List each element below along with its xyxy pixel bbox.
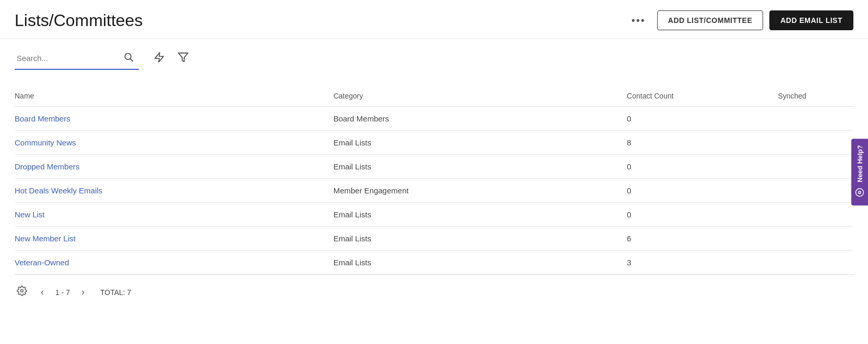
page-container: Lists/Committees ••• ADD LIST/COMMITTEE …	[0, 0, 868, 344]
add-list-committee-button[interactable]: ADD LIST/COMMITTEE	[657, 10, 763, 30]
list-category: Email Lists	[334, 131, 627, 155]
list-name-link[interactable]: New List	[15, 210, 45, 219]
list-synched	[778, 203, 853, 227]
svg-marker-2	[155, 53, 164, 62]
list-name-link[interactable]: Board Members	[15, 114, 70, 123]
list-contact-count: 0	[627, 155, 778, 179]
total-count: TOTAL: 7	[100, 288, 131, 297]
list-contact-count: 0	[627, 179, 778, 203]
search-row	[0, 39, 868, 75]
list-name-link[interactable]: Veteran-Owned	[15, 258, 69, 267]
list-contact-count: 0	[627, 107, 778, 131]
table-container: Name Category Contact Count Synched Boar…	[0, 75, 868, 309]
table-row: Hot Deals Weekly EmailsMember Engagement…	[15, 179, 853, 203]
toolbar-icons	[149, 50, 193, 70]
header-actions: ••• ADD LIST/COMMITTEE ADD EMAIL LIST	[626, 10, 853, 30]
list-name-link[interactable]: Dropped Members	[15, 162, 79, 171]
settings-button[interactable]	[15, 284, 29, 301]
need-help-button[interactable]: Need Help?	[851, 139, 868, 205]
svg-point-6	[859, 191, 861, 194]
table-row: Community NewsEmail Lists8	[15, 131, 853, 155]
list-category: Member Engagement	[334, 179, 627, 203]
table-row: Dropped MembersEmail Lists0	[15, 155, 853, 179]
col-header-category: Category	[334, 85, 627, 107]
list-synched	[778, 155, 853, 179]
lists-table: Name Category Contact Count Synched Boar…	[15, 85, 853, 275]
list-contact-count: 3	[627, 251, 778, 275]
filter-button[interactable]	[173, 50, 193, 68]
svg-marker-3	[179, 53, 188, 62]
col-header-contact-count: Contact Count	[627, 85, 778, 107]
list-synched	[778, 179, 853, 203]
list-name-link[interactable]: New Member List	[15, 234, 76, 243]
list-category: Email Lists	[334, 155, 627, 179]
list-category: Email Lists	[334, 227, 627, 251]
table-row: New ListEmail Lists0	[15, 203, 853, 227]
list-name-link[interactable]: Community News	[15, 138, 76, 147]
list-category: Email Lists	[334, 203, 627, 227]
list-synched	[778, 251, 853, 275]
search-bar	[15, 50, 139, 70]
list-contact-count: 8	[627, 131, 778, 155]
list-name-link[interactable]: Hot Deals Weekly Emails	[15, 186, 102, 195]
more-options-button[interactable]: •••	[626, 11, 651, 30]
prev-page-button[interactable]: ‹	[38, 286, 47, 299]
need-help-label: Need Help?	[856, 145, 864, 182]
table-row: Board MembersBoard Members0	[15, 107, 853, 131]
list-synched	[778, 227, 853, 251]
list-contact-count: 6	[627, 227, 778, 251]
svg-point-4	[21, 290, 23, 292]
col-header-name: Name	[15, 85, 334, 107]
page-header: Lists/Committees ••• ADD LIST/COMMITTEE …	[0, 0, 868, 39]
list-category: Email Lists	[334, 251, 627, 275]
pagination-range: 1 - 7	[55, 288, 70, 297]
page-title: Lists/Committees	[15, 11, 142, 30]
svg-line-1	[130, 59, 133, 62]
search-input[interactable]	[15, 51, 118, 66]
col-header-synched: Synched	[778, 85, 853, 107]
svg-point-5	[856, 188, 864, 196]
help-icon	[855, 188, 864, 199]
table-row: Veteran-OwnedEmail Lists3	[15, 251, 853, 275]
table-footer: ‹ 1 - 7 › TOTAL: 7	[15, 275, 853, 309]
bolt-button[interactable]	[149, 50, 169, 68]
next-page-button[interactable]: ›	[78, 286, 88, 299]
list-category: Board Members	[334, 107, 627, 131]
table-row: New Member ListEmail Lists6	[15, 227, 853, 251]
search-button[interactable]	[118, 50, 139, 67]
add-email-list-button[interactable]: ADD EMAIL LIST	[769, 10, 853, 30]
list-synched	[778, 107, 853, 131]
table-header-row: Name Category Contact Count Synched	[15, 85, 853, 107]
list-contact-count: 0	[627, 203, 778, 227]
list-synched	[778, 131, 853, 155]
